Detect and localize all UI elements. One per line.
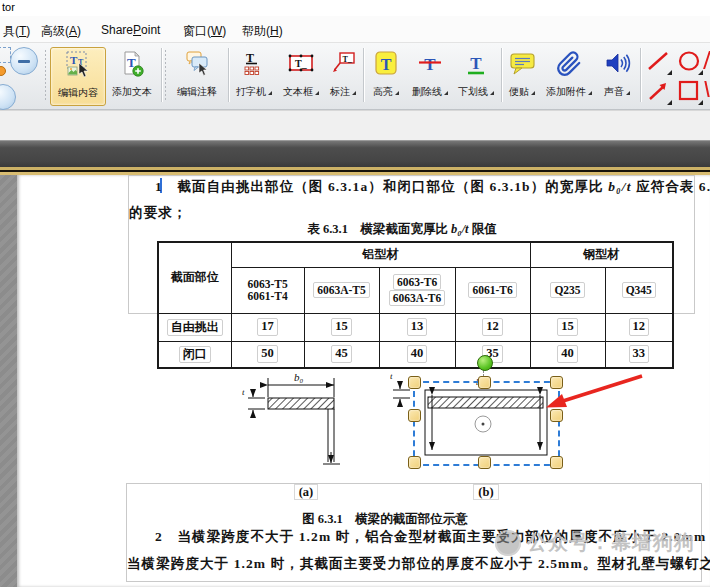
table-col-header: Q345 [605, 267, 673, 313]
svg-text:T: T [70, 54, 78, 66]
table-col-header: 6063-T66063A-T6 [379, 267, 455, 313]
toolbar-separator [363, 48, 364, 102]
selection-handle-bottom-right[interactable] [550, 456, 563, 469]
speaker-icon [598, 49, 636, 79]
svg-text:T: T [424, 55, 436, 74]
add-text-icon: T [106, 49, 158, 79]
pdf-editor-window: tor 具(T) 高级(A) SharePoint 窗口(W) 帮助(H) T … [0, 0, 710, 587]
table-col-header: 6061-T6 [455, 267, 530, 313]
selection-handle-middle-left[interactable] [408, 409, 421, 422]
toolbar-button-sound[interactable]: 声音 [598, 47, 636, 104]
toolbar-drag-handle[interactable] [44, 49, 47, 101]
toolbar-button-edit-annotation[interactable]: 编辑注释 [170, 47, 224, 104]
toolbar-separator [161, 48, 162, 102]
shape-tool-rectangle[interactable] [676, 79, 704, 106]
edit-annotation-icon [170, 49, 224, 79]
figure-label-a: (a) [288, 485, 324, 500]
toolbar-button-edit-content[interactable]: T T 编辑内容 [50, 47, 106, 106]
dark-divider-bar [0, 140, 710, 168]
toolbar-button-label: 打字机 [232, 85, 276, 99]
toolbar-button-label: 添加文本 [106, 85, 158, 99]
figure-label-b: (b) [468, 485, 504, 500]
minus-icon [18, 60, 30, 63]
toolbar-button-callout[interactable]: T_ 标注 [326, 47, 360, 104]
svg-text:T_: T_ [295, 58, 308, 69]
toolbar-button-label: 高亮 [366, 85, 406, 99]
toolbar-button-label: 添加附件 [541, 85, 597, 99]
dropdown-corner-icon [698, 100, 703, 105]
table-col-header: 6063A-T5 [304, 267, 379, 313]
svg-text:T_: T_ [342, 55, 352, 64]
clipped-dot-icon [0, 66, 6, 76]
toolbar-button-label: 删除线 [407, 85, 453, 99]
toolbar-button-label: 文本框 [278, 85, 324, 99]
toolbar-separator [501, 48, 502, 102]
table-group-header-aluminium: 铝型材 [231, 242, 530, 267]
toolbar-button-note[interactable]: 便贴 [504, 47, 540, 104]
dropdown-arrow-icon [315, 91, 319, 95]
dropdown-arrow-icon [444, 91, 448, 95]
dimension-label-t: t [242, 387, 245, 397]
table-corner-header: 截面部位 [158, 242, 231, 313]
highlight-icon: T [366, 49, 406, 79]
selection-handle-top-middle[interactable] [478, 376, 491, 389]
paragraph-1-line-2: 的要求； [129, 204, 187, 222]
selection-handle-top-left[interactable] [408, 376, 421, 389]
clipped-zoom-button[interactable] [0, 84, 16, 110]
menu-advanced[interactable]: 高级(A) [38, 21, 84, 42]
toolbar-button-underline[interactable]: T 下划线 [454, 47, 498, 104]
toolbar-button-label: 标注 [326, 85, 360, 99]
selection-handle-bottom-middle[interactable] [478, 456, 491, 469]
table-group-header-steel: 钢型材 [530, 242, 673, 267]
toolbar-button-strikeout[interactable]: T 删除线 [407, 47, 453, 104]
toolbar-separator [640, 48, 641, 102]
toolbar-button-text-box[interactable]: T_ 文本框 [278, 47, 324, 104]
clipped-shape-tool[interactable] [704, 81, 710, 97]
toolbar-button-attach[interactable]: 添加附件 [541, 47, 597, 104]
menu-help[interactable]: 帮助(H) [239, 21, 286, 42]
dropdown-arrow-icon [490, 91, 494, 95]
menu-bar: 具(T) 高级(A) SharePoint 窗口(W) 帮助(H) [0, 16, 710, 43]
clipped-shape-tool[interactable] [703, 51, 710, 69]
toolbar-spacer-strip [0, 110, 710, 141]
toolbar-drag-handle[interactable] [164, 49, 167, 101]
paperclip-icon [541, 49, 597, 79]
toolbar-button-add-text[interactable]: T 添加文本 [106, 47, 158, 104]
toolbar: T T 编辑内容 T 添加文本 [0, 43, 710, 110]
paragraph-1-line-1: 1 截面自由挑出部位（图 6.3.1a）和闭口部位（图 6.3.1b）的宽厚比 … [155, 178, 710, 196]
toolbar-button-label: 下划线 [454, 85, 498, 99]
zoom-out-button[interactable] [10, 47, 38, 75]
menu-window[interactable]: 窗口(W) [180, 21, 229, 42]
menu-tools[interactable]: 具(T) [0, 21, 33, 42]
svg-text:T: T [381, 56, 392, 73]
toolbar-button-label: 编辑内容 [51, 86, 105, 100]
menu-sharepoint[interactable]: SharePoint [98, 21, 163, 39]
callout-icon: T_ [326, 49, 360, 79]
rotate-handle[interactable] [477, 355, 493, 371]
selection-handle-bottom-left[interactable] [408, 456, 421, 469]
toolbar-button-label: 声音 [598, 85, 636, 99]
strikeout-icon: T [407, 49, 453, 79]
toolbar-button-label: 编辑注释 [170, 85, 224, 99]
red-arrow-annotation[interactable] [535, 360, 655, 420]
toolbar-button-typewriter[interactable]: T 打字机 [232, 47, 276, 104]
dropdown-arrow-icon [626, 91, 630, 95]
dropdown-arrow-icon [531, 91, 535, 95]
toolbar-button-label: 便贴 [504, 85, 540, 99]
table-title: 表 6.3.1 横梁截面宽厚比 b₀/t 限值 [157, 221, 647, 238]
dropdown-arrow-icon [588, 91, 592, 95]
typewriter-icon: T [232, 49, 276, 79]
shape-tool-line[interactable] [645, 49, 673, 76]
limits-table: 截面部位 铝型材 钢型材 6063-T56061-T4 6063A-T5 606… [157, 241, 674, 369]
shape-tool-ellipse[interactable] [676, 49, 704, 76]
paragraph-2-line-1: 2 当横梁跨度不大于 1.2m 时，铝合金型材截面主要受力部位的厚度不应小于 2… [155, 528, 710, 546]
dropdown-corner-icon [667, 100, 672, 105]
svg-text:T: T [470, 54, 482, 73]
window-title: tor [2, 1, 15, 13]
table-row: 自由挑出 17 15 13 12 15 12 [158, 313, 673, 341]
dropdown-corner-icon [667, 70, 672, 75]
gold-page-border [0, 167, 710, 175]
shape-tool-arrow[interactable] [645, 79, 673, 106]
toolbar-button-highlight[interactable]: T 高亮 [366, 47, 406, 104]
dropdown-arrow-icon [352, 91, 356, 95]
